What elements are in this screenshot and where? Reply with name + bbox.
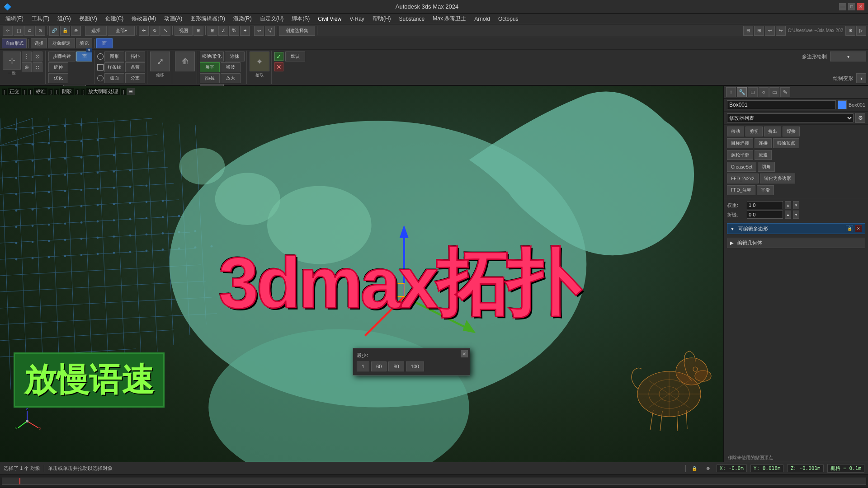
layer-manager-btn[interactable]: ⊟ <box>743 26 753 36</box>
menu-render[interactable]: 渲染(R) <box>230 14 255 23</box>
close-btn[interactable]: ✕ <box>857 3 864 10</box>
popup-btn-80[interactable]: 80 <box>388 361 404 371</box>
default-btn[interactable]: 默认 <box>285 52 305 61</box>
crease-spinner-down[interactable]: ▼ <box>793 211 799 219</box>
tilt-btn-rp[interactable]: 挤出 <box>764 127 781 136</box>
vp-icon[interactable]: ⊕ <box>127 88 135 95</box>
popup-btn-60[interactable]: 60 <box>371 361 387 371</box>
move-btn[interactable]: ✛ <box>139 26 149 36</box>
tool-icon-3[interactable]: ⊕ <box>22 62 32 72</box>
popup-close-btn[interactable]: ✕ <box>461 350 468 357</box>
fill-btn[interactable]: 填充 <box>76 38 92 48</box>
timeline-track[interactable] <box>2 478 866 485</box>
menu-help[interactable]: 帮助(H) <box>369 14 395 23</box>
object-color-swatch[interactable] <box>838 100 847 109</box>
menu-tools[interactable]: 工具(T) <box>28 14 53 23</box>
tool-icon-2[interactable]: ⊙ <box>33 52 42 61</box>
vp-lighting[interactable]: 阴影 <box>60 88 74 95</box>
build-step-btn[interactable]: 步骤构建 <box>48 52 75 61</box>
create-sel-btn[interactable]: 创建选择集 <box>279 26 315 36</box>
rp-tab-display[interactable]: ▭ <box>769 87 779 97</box>
popup-btn-100[interactable]: 100 <box>406 361 424 371</box>
menu-create[interactable]: 创建(C) <box>102 14 127 23</box>
menu-view[interactable]: 视图(V) <box>75 14 101 23</box>
flatten-btn[interactable]: 展平 <box>200 62 220 72</box>
wave-btn[interactable]: 噪波 <box>221 62 241 72</box>
mirror-btn[interactable]: ⇔ <box>254 26 264 36</box>
menu-substance[interactable]: Substance <box>396 15 429 23</box>
face-mode-btn[interactable]: 面 <box>96 38 113 48</box>
select-btn2[interactable]: 选择 <box>31 38 47 48</box>
pull-icon[interactable]: ⟰ <box>175 52 195 71</box>
tool-icon-1[interactable]: ⋮ <box>22 52 32 61</box>
rp-tab-modify[interactable]: 🔧 <box>737 87 747 97</box>
select-paint-btn[interactable]: ⊙ <box>35 26 45 36</box>
relax-btn[interactable]: 松弛/柔化 <box>200 52 224 61</box>
select-lasso-btn[interactable]: ⊂ <box>24 26 34 36</box>
menu-animation[interactable]: 动画(A) <box>160 14 186 23</box>
crease-input[interactable] <box>747 211 783 219</box>
connect-btn[interactable]: 连接 <box>755 138 772 148</box>
menu-edit[interactable]: 编辑(E) <box>2 14 27 23</box>
menu-customize[interactable]: 自定义(U) <box>256 14 288 23</box>
ffd-btn[interactable]: FFD_2x2x2 <box>727 174 759 183</box>
editable-poly-lock[interactable]: 🔒 <box>846 225 853 232</box>
vp-extra[interactable]: 放大明暗处理 <box>86 88 120 95</box>
convert-to-poly-btn[interactable]: 转化为多边形 <box>760 174 795 183</box>
vp-shading[interactable]: 标准 <box>34 88 47 95</box>
smear-btn[interactable]: 涂抹 <box>225 52 245 61</box>
menu-group[interactable]: 组(G) <box>54 14 74 23</box>
weld-btn-rp[interactable]: 焊接 <box>783 127 800 136</box>
optimize-btn[interactable]: 优化 <box>48 73 68 83</box>
viewport-3d[interactable]: [ 正交 ] [ 标准 ] [ 阴影 ] [ 放大明暗处理 ] ⊕ 3dmax拓… <box>0 86 723 462</box>
crease-smooth-btn[interactable]: 源轮平滑 <box>727 150 753 160</box>
push-btn[interactable]: 推/拉 <box>200 73 220 83</box>
editable-poly-header[interactable]: ▼ 可编辑多边形 🔒 ✕ <box>727 223 865 234</box>
unlink-btn[interactable]: 🔓 <box>60 26 70 36</box>
tool-icon-4[interactable]: ∷ <box>33 62 42 72</box>
ffd-detail-btn[interactable]: FFD_注释 <box>727 185 755 195</box>
align-btn[interactable]: ⧵⧸ <box>265 26 275 36</box>
grab-btn[interactable]: ⌖ <box>250 52 269 71</box>
rp-tab-create[interactable]: + <box>726 87 736 97</box>
target-weld-btn[interactable]: 目标焊接 <box>727 138 753 148</box>
creaseSet-btn[interactable]: CreaseSet <box>727 162 756 172</box>
menu-antivirus[interactable]: Max 杀毒卫士 <box>429 14 470 23</box>
editable-poly-close[interactable]: ✕ <box>855 225 862 232</box>
draw-mode-dropdown[interactable]: ▾ <box>830 52 866 61</box>
weight-spinner-up[interactable]: ▲ <box>785 201 791 209</box>
render-setup-btn[interactable]: ⚙ <box>845 26 855 36</box>
object-name-input[interactable] <box>727 100 836 109</box>
freeform-btn[interactable]: 自由形式 <box>2 38 27 48</box>
modifier-settings-btn[interactable]: ⚙ <box>855 113 865 123</box>
remove-btn[interactable]: 移除顶点 <box>773 138 799 148</box>
arc-btn[interactable]: 弧面 <box>104 73 124 83</box>
snap-lock-btn[interactable]: 🔒 <box>689 464 699 474</box>
strip-btn[interactable]: 条带 <box>125 62 145 72</box>
branch-btn[interactable]: 分支 <box>125 73 145 83</box>
crease-spinner-up[interactable]: ▲ <box>785 211 791 219</box>
menu-script[interactable]: 脚本(S) <box>288 14 313 23</box>
select-all-btn[interactable]: 选择 <box>85 26 107 36</box>
scale-btn[interactable]: ⤡ <box>160 26 170 36</box>
ref-coord-btn[interactable]: 视图 <box>175 26 193 36</box>
maximize-btn[interactable]: □ <box>848 3 855 10</box>
weight-input[interactable] <box>747 201 783 209</box>
draw-transform-dropdown[interactable]: ▾ <box>856 73 866 83</box>
menu-arnold[interactable]: Arnold <box>471 15 494 23</box>
flatten-rp-btn[interactable]: 平滑 <box>757 185 774 195</box>
menu-octopus[interactable]: Octopus <box>495 15 522 23</box>
crease-slow-btn[interactable]: 流速 <box>755 150 772 160</box>
pivot-btn[interactable]: ⊞ <box>193 26 203 36</box>
menu-graph-editor[interactable]: 图形编辑器(D) <box>187 14 229 23</box>
undo-btn[interactable]: ↩ <box>765 26 775 36</box>
bind-btn[interactable]: 对象绑定 <box>48 38 75 48</box>
popup-btn-1[interactable]: 1 <box>357 361 369 371</box>
minimize-btn[interactable]: — <box>839 3 846 10</box>
rotate-btn[interactable]: ↻ <box>150 26 160 36</box>
angle-snap[interactable]: ∠ <box>218 26 228 36</box>
shape-btn[interactable]: 图形 <box>104 52 124 61</box>
topology-btn[interactable]: 拓扑 <box>125 52 145 61</box>
coordinate-btn[interactable]: ⊕ <box>703 464 713 474</box>
edit-geometry-header[interactable]: ▶ 编辑几何体 <box>727 238 865 248</box>
